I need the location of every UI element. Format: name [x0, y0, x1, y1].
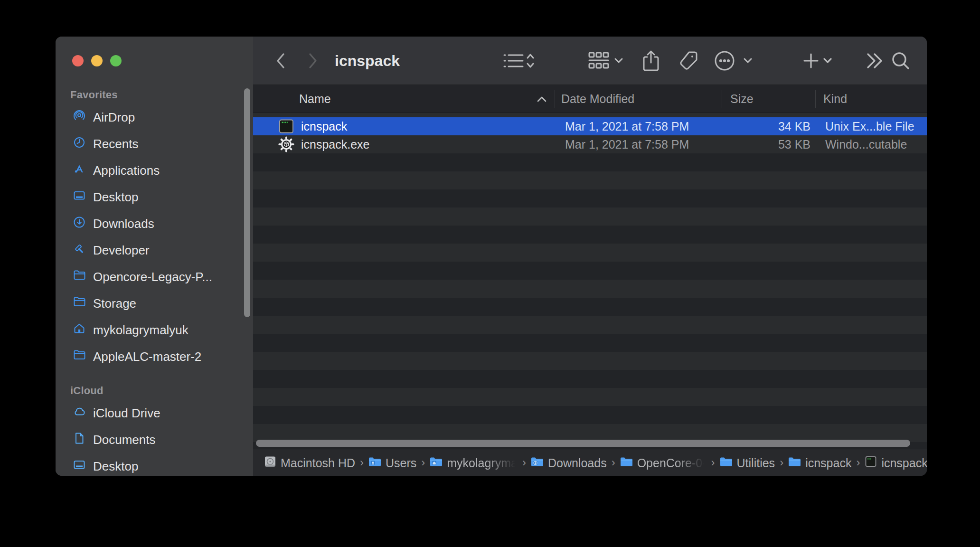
path-item-users[interactable]: Users	[368, 456, 416, 470]
path-item-macintosh-hd[interactable]: Macintosh HD	[264, 455, 355, 471]
file-kind: Windo...cutable	[825, 135, 907, 153]
folder-users-icon	[368, 456, 381, 470]
sidebar-item-label: Applications	[93, 163, 160, 178]
sidebar-item-storage[interactable]: Storage	[56, 290, 253, 317]
sidebar-item-label: Developer	[93, 243, 150, 258]
minimize-button[interactable]	[91, 55, 103, 66]
column-divider[interactable]	[555, 90, 555, 108]
path-separator: ›	[360, 456, 364, 469]
path-separator: ›	[856, 456, 860, 469]
sidebar-item-applications[interactable]: Applications	[56, 157, 253, 184]
sidebar-item-label: Desktop	[93, 459, 138, 474]
horizontal-scrollbar[interactable]	[256, 440, 910, 447]
file-date-modified: Mar 1, 2021 at 7:58 PM	[565, 117, 689, 135]
sidebar-favorites-group: AirDrop Recents Applications Desktop Dow…	[56, 104, 253, 370]
folder-icon	[73, 349, 86, 365]
column-divider[interactable]	[815, 90, 816, 108]
path-item-label: Users	[386, 456, 416, 470]
show-more-icon[interactable]	[864, 37, 886, 85]
group-by-button[interactable]	[586, 37, 625, 85]
folder-icon	[73, 269, 86, 285]
forward-button[interactable]	[304, 37, 321, 85]
folder-icon	[720, 456, 733, 470]
sidebar-item-label: Documents	[93, 433, 156, 447]
path-item-icnspack-folder[interactable]: icnspack	[788, 456, 851, 470]
main-area: icnspack	[253, 37, 927, 476]
table-row-icnspack-exe[interactable]: icnspack.exe Mar 1, 2021 at 7:58 PM 53 K…	[253, 135, 927, 153]
sidebar-item-label: iCloud Drive	[93, 406, 160, 421]
sidebar-item-home[interactable]: mykolagrymalyuk	[56, 317, 253, 343]
path-item-icnspack-file[interactable]: icnspack	[865, 455, 927, 471]
window-controls	[72, 55, 122, 66]
path-item-label: icnspack	[805, 456, 851, 470]
sidebar-item-label: Desktop	[93, 190, 138, 205]
sidebar-item-documents[interactable]: Documents	[56, 426, 253, 453]
path-item-utilities[interactable]: Utilities	[720, 456, 775, 470]
document-icon	[73, 432, 86, 448]
path-item-label: mykolagryma	[447, 456, 518, 470]
path-item-label: icnspack	[881, 456, 927, 470]
new-item-button[interactable]	[802, 37, 835, 85]
path-item-home[interactable]: mykolagryma	[430, 456, 518, 470]
close-button[interactable]	[72, 55, 84, 66]
sidebar-item-developer[interactable]: Developer	[56, 237, 253, 264]
sidebar-section-icloud: iCloud	[70, 385, 104, 397]
column-divider[interactable]	[722, 90, 722, 108]
file-name: icnspack.exe	[301, 135, 370, 153]
sidebar-item-desktop[interactable]: Desktop	[56, 184, 253, 210]
folder-icon	[620, 456, 633, 470]
sidebar-item-opencore-legacy[interactable]: Opencore-Legacy-P...	[56, 264, 253, 290]
windows-executable-icon	[278, 136, 295, 156]
list-header: Name Date Modified Size Kind	[253, 85, 927, 113]
column-header-size[interactable]: Size	[730, 85, 754, 113]
column-header-name[interactable]: Name	[299, 85, 331, 113]
sidebar-item-recents[interactable]: Recents	[56, 131, 253, 157]
hammer-icon	[73, 242, 86, 259]
path-item-label: Downloads	[548, 456, 607, 470]
sidebar-item-desktop-icloud[interactable]: Desktop	[56, 453, 253, 476]
zoom-button[interactable]	[110, 55, 122, 66]
unix-executable-icon	[865, 455, 877, 471]
column-header-date-modified[interactable]: Date Modified	[561, 85, 634, 113]
path-item-downloads[interactable]: Downloads	[531, 456, 607, 470]
desktop-icon	[73, 458, 86, 475]
home-icon	[73, 322, 86, 339]
window-title: icnspack	[335, 37, 400, 85]
path-item-opencore[interactable]: OpenCore-0-	[620, 456, 707, 470]
table-row-icnspack[interactable]: icnspack Mar 1, 2021 at 7:58 PM 34 KB Un…	[253, 117, 927, 135]
column-header-kind[interactable]: Kind	[823, 85, 847, 113]
file-name: icnspack	[301, 117, 347, 135]
hard-drive-icon	[264, 455, 276, 471]
share-icon[interactable]	[639, 37, 663, 85]
back-button[interactable]	[272, 37, 289, 85]
path-item-label: OpenCore-0-	[637, 456, 707, 470]
path-item-label: Macintosh HD	[281, 456, 355, 470]
file-date-modified: Mar 1, 2021 at 7:58 PM	[565, 135, 689, 153]
path-bar: Macintosh HD › Users › mykolagryma › Dow…	[253, 450, 927, 476]
more-options-button[interactable]	[712, 37, 755, 85]
file-kind: Unix Ex...ble File	[825, 117, 914, 135]
cloud-icon	[73, 405, 86, 422]
sidebar-item-downloads[interactable]: Downloads	[56, 210, 253, 237]
sidebar-item-label: Opencore-Legacy-P...	[93, 270, 212, 284]
app-store-icon	[73, 162, 86, 179]
sidebar-item-label: mykolagrymalyuk	[93, 323, 188, 338]
sidebar-item-airdrop[interactable]: AirDrop	[56, 104, 253, 131]
sidebar-item-label: Recents	[93, 137, 138, 151]
sidebar-scrollbar[interactable]	[244, 88, 250, 317]
download-circle-icon	[73, 216, 86, 232]
path-separator: ›	[522, 456, 526, 469]
list-view-button[interactable]	[501, 37, 538, 85]
folder-icon	[788, 456, 801, 470]
path-separator: ›	[612, 456, 615, 469]
sidebar-item-label: Downloads	[93, 217, 154, 231]
airdrop-icon	[73, 109, 86, 126]
tag-icon[interactable]	[676, 37, 700, 85]
sidebar-item-icloud-drive[interactable]: iCloud Drive	[56, 400, 253, 426]
sidebar-item-applealc[interactable]: AppleALC-master-2	[56, 343, 253, 370]
file-size: 53 KB	[737, 135, 810, 153]
search-icon[interactable]	[888, 37, 913, 85]
sidebar-section-favorites: Favorites	[70, 89, 118, 101]
file-size: 34 KB	[737, 117, 810, 135]
sidebar-item-label: Storage	[93, 296, 136, 311]
